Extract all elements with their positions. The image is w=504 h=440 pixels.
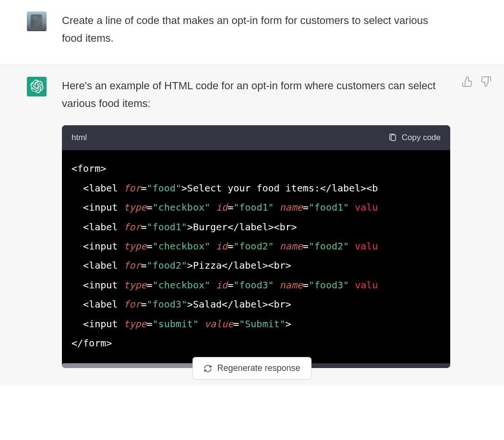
thumbs-up-icon bbox=[462, 76, 473, 87]
assistant-message: Here's an example of HTML code for an op… bbox=[0, 65, 504, 386]
copy-code-label: Copy code bbox=[402, 131, 441, 145]
assistant-avatar bbox=[27, 77, 47, 96]
clipboard-icon bbox=[388, 133, 397, 142]
assistant-content: Here's an example of HTML code for an op… bbox=[62, 77, 485, 369]
user-avatar bbox=[27, 12, 47, 31]
user-text: Create a line of code that makes an opt-… bbox=[62, 12, 485, 48]
copy-code-button[interactable]: Copy code bbox=[388, 131, 441, 145]
code-language: html bbox=[72, 131, 87, 145]
feedback-buttons bbox=[462, 76, 492, 87]
openai-icon bbox=[30, 80, 44, 93]
refresh-icon bbox=[204, 364, 212, 373]
code-content[interactable]: <form> <label for="food">Select your foo… bbox=[62, 150, 450, 363]
regenerate-label: Regenerate response bbox=[217, 363, 300, 373]
code-header: html Copy code bbox=[62, 125, 450, 151]
user-message: Create a line of code that makes an opt-… bbox=[0, 0, 504, 65]
assistant-intro: Here's an example of HTML code for an op… bbox=[62, 77, 450, 113]
thumbs-down-icon bbox=[480, 76, 492, 87]
thumbs-down-button[interactable] bbox=[480, 76, 492, 87]
thumbs-up-button[interactable] bbox=[462, 76, 473, 87]
regenerate-button[interactable]: Regenerate response bbox=[192, 357, 311, 380]
code-block: html Copy code <form> <label for="food">… bbox=[62, 125, 450, 369]
svg-rect-0 bbox=[391, 135, 396, 141]
